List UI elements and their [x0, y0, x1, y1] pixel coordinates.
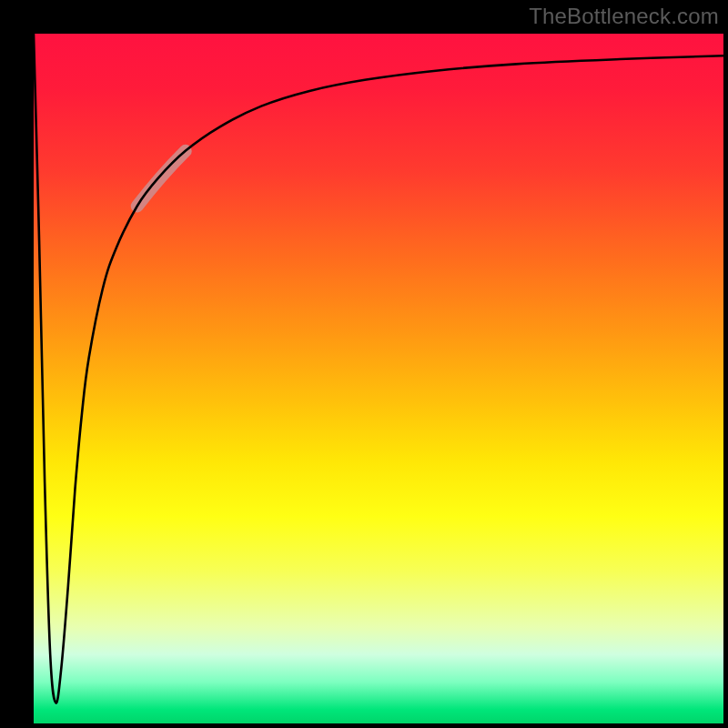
main-curve: [34, 34, 723, 703]
curve-svg: [34, 34, 723, 723]
attribution-text: TheBottleneck.com: [529, 4, 719, 29]
chart-frame: TheBottleneck.com: [0, 0, 728, 728]
highlight-segment: [137, 151, 186, 207]
plot-area: [34, 34, 723, 723]
